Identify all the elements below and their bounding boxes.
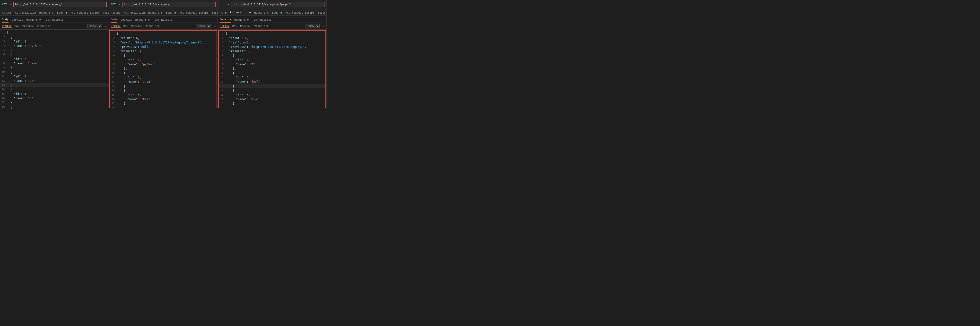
code-line: 11 "id": 3, (0, 74, 109, 79)
nav-tabs-2: Params Authorization Headers 8 Body Pre-… (109, 9, 218, 16)
subtab-testresults-1[interactable]: Test Results (44, 17, 64, 22)
code-line: 16 "name": "C" (0, 96, 109, 100)
code-line: 8 "name": "C" (219, 62, 325, 66)
url-bar-2: GET ▼ (109, 0, 218, 9)
tab-prerequest-1[interactable]: Pre-request Script (70, 10, 99, 15)
code-line: 17 }, (0, 100, 109, 105)
code-area-2: 1{ 2 "count": 6, 3 "next": "http://0.0.0… (110, 30, 217, 108)
tab-tests-3[interactable]: Tests (318, 10, 326, 15)
code-line: 5 "results": [ (219, 49, 325, 54)
code-line: 10 { (219, 71, 325, 75)
tab-params-1[interactable]: Params (2, 10, 12, 15)
wrap-icon-1[interactable]: ⇌ (105, 24, 107, 28)
format-select-2[interactable]: JSON (196, 24, 211, 28)
fmt-raw-2[interactable]: Raw (124, 25, 128, 28)
code-line: 10 { (0, 70, 109, 74)
fmt-visualize-1[interactable]: Visualize (37, 25, 51, 28)
subtab-body-2[interactable]: Body (111, 16, 118, 22)
code-line: 1{ (110, 32, 216, 36)
code-line: 13 }, (0, 83, 109, 87)
method-2: GET (111, 3, 118, 6)
fmt-pretty-2[interactable]: Pretty (111, 24, 121, 28)
subtab-cookies-1[interactable]: Cookies (12, 17, 23, 22)
fmt-preview-2[interactable]: Preview (131, 25, 142, 28)
tab-prerequest-3[interactable]: Pre-request Script (285, 10, 314, 15)
format-bar-2: Pretty Raw Preview Visualize JSON ⇌ (109, 23, 218, 30)
subtab-testresults-2[interactable]: Test Results (153, 17, 172, 22)
format-select-1[interactable]: JSON (87, 24, 102, 28)
url-bar-1: GET ▼ (0, 0, 109, 9)
panel-1: GET ▼ Params Authorization Headers 8 Bod… (0, 0, 109, 109)
tab-body-2[interactable]: Body (166, 10, 176, 15)
tab-auth-2[interactable]: Authorization (124, 10, 145, 15)
tab-ns-3[interactable]: ns (220, 10, 226, 15)
url-input-3[interactable] (231, 2, 325, 7)
format-select-3[interactable]: JSON (305, 24, 320, 28)
subtab-testresults-3[interactable]: Test Results (252, 17, 271, 22)
subtab-headers-3[interactable]: Headers 9 (234, 17, 249, 22)
code-line: 18 ] (110, 106, 216, 108)
subtab-body-1[interactable]: Body (2, 16, 8, 22)
code-line: 8 "name": "python" (110, 62, 216, 66)
tab-tests-2[interactable]: Tests (212, 10, 218, 15)
url-bar-3: ▼ (218, 0, 326, 9)
subtab-cookies-3[interactable]: Cookies (220, 16, 231, 22)
url-input-1[interactable] (13, 2, 107, 7)
code-line: 14 { (0, 87, 109, 92)
wrap-icon-3[interactable]: ⇌ (323, 24, 325, 28)
nav-tabs-1: Params Authorization Headers 8 Body Pre-… (0, 9, 109, 16)
sub-tabs-2: Body Cookies Headers 9 Test Results (109, 16, 218, 23)
code-line: 4 "name": "python" (0, 44, 109, 48)
fmt-raw-3[interactable]: Raw (232, 25, 237, 28)
code-line: 13 }, (219, 84, 325, 89)
code-line: 17 } (110, 101, 216, 106)
tab-tests-1[interactable]: Tests (103, 10, 109, 15)
tab-body-1[interactable]: Body (57, 10, 67, 15)
fmt-preview-1[interactable]: Preview (22, 25, 33, 28)
code-line: 11 "id": 5, (219, 75, 325, 80)
code-line: 14 { (219, 89, 325, 93)
code-line: 5 "results": [ (110, 49, 216, 54)
code-line: 8 "name": "Java" (0, 61, 109, 65)
subtab-headers-1[interactable]: Headers 9 (27, 17, 41, 22)
fmt-visualize-2[interactable]: Visualize (145, 25, 160, 28)
code-line: 12 "name": "C++" (0, 79, 109, 83)
code-line: 15 "id": 3, (110, 93, 216, 97)
subtab-cookies-2[interactable]: Cookies (121, 17, 132, 22)
subtab-headers-2[interactable]: Headers 9 (135, 17, 150, 22)
method-arrow-3: ▼ (228, 3, 229, 6)
code-line: 14 { (110, 89, 216, 93)
code-line: 3 "id": 1, (0, 39, 109, 44)
fmt-visualize-3[interactable]: Visualize (254, 25, 269, 28)
code-line: 16 "name": "vue" (219, 97, 325, 101)
fmt-pretty-1[interactable]: Pretty (2, 24, 12, 28)
fmt-pretty-3[interactable]: Pretty (220, 24, 229, 28)
code-line: 3 "next": "http://0.0.0.0:1717/category/… (110, 40, 216, 45)
tab-headers-2[interactable]: Headers 8 (148, 10, 162, 15)
tab-headers-1[interactable]: Headers 8 (39, 10, 54, 15)
fmt-raw-1[interactable]: Raw (14, 25, 19, 28)
code-line: 12 "name": "Java" (110, 80, 216, 84)
panel-2: GET ▼ Params Authorization Headers 8 Bod… (109, 0, 218, 109)
fmt-preview-3[interactable]: Preview (240, 25, 251, 28)
method-arrow-1: ▼ (10, 3, 12, 6)
code-line: 7 "id": 2, (0, 57, 109, 61)
code-line: 1{ (219, 32, 325, 36)
tab-params-2[interactable]: Params (111, 10, 121, 15)
code-line: 18 { (0, 105, 109, 109)
code-line: 11 "id": 2, (110, 75, 216, 80)
url-input-2[interactable] (122, 2, 216, 7)
code-line: 9 }, (110, 66, 216, 71)
sub-tabs-3: Cookies Headers 9 Test Results (218, 16, 326, 23)
tab-body-3[interactable]: Body (272, 10, 282, 15)
code-area-1: 1[ 2 { 3 "id": 1, 4 "name": "python" 5 }… (0, 30, 109, 109)
wrap-icon-2[interactable]: ⇌ (214, 24, 216, 28)
tab-auth-3[interactable]: Authorization (230, 10, 251, 15)
code-line: 9 }, (0, 65, 109, 70)
tab-prerequest-2[interactable]: Pre-request Script (179, 10, 208, 15)
tab-auth-1[interactable]: Authorization (15, 10, 36, 15)
tab-headers-3[interactable]: Headers 8 (254, 10, 269, 15)
code-line: 7 "id": 1, (110, 58, 216, 62)
code-line: 2 "count": 6, (110, 36, 216, 40)
code-line: 16 "name": "C++" (110, 97, 216, 101)
